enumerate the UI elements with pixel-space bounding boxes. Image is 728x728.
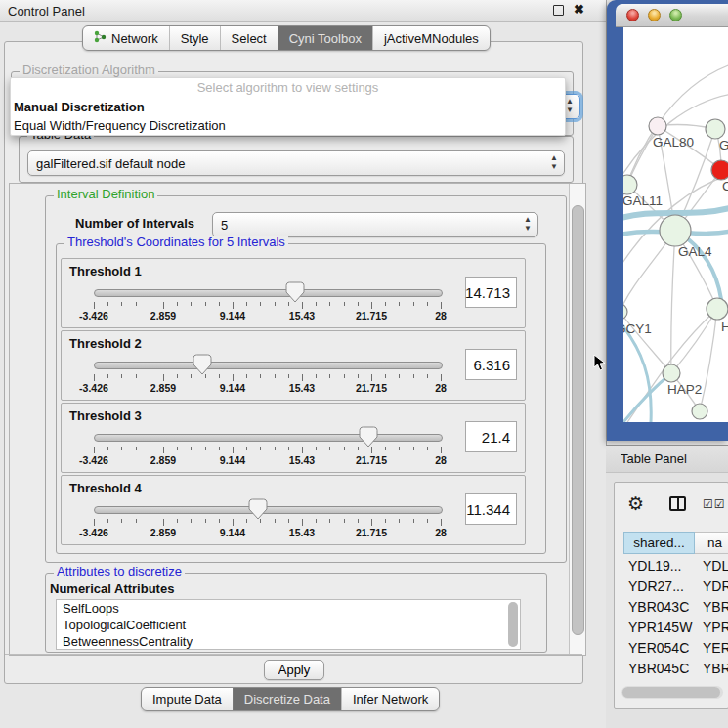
tab-network[interactable]: Network — [83, 26, 169, 50]
node-label: GA — [719, 138, 728, 152]
cell-name[interactable]: YBR0 — [695, 599, 728, 615]
attribute-list-item[interactable]: SelfLoops — [57, 600, 520, 617]
network-canvas[interactable]: GAL80GACGAL11GAL4GCY1HHAP2 — [623, 27, 728, 422]
threshold-panel: Threshold 2-3.4262.8599.14415.4321.71528… — [61, 330, 526, 401]
attribute-list-item[interactable]: TopologicalCoefficient — [57, 617, 520, 633]
slider-thumb-icon[interactable] — [359, 426, 378, 448]
cell-name[interactable]: YBR0 — [695, 661, 728, 676]
threshold-value-field[interactable]: 11.344 — [465, 493, 517, 525]
stepper-icon: ▲▼ — [566, 97, 574, 114]
tick-label: 2.859 — [150, 382, 176, 394]
slider-ticks — [94, 374, 442, 382]
tab-jactivemnodules[interactable]: jActiveMNodules — [372, 26, 490, 50]
column-header-shared[interactable]: shared... — [623, 532, 695, 554]
slider-thumb-icon[interactable] — [193, 354, 212, 375]
cell-shared-name[interactable]: YER054C — [623, 640, 695, 656]
column-header-name[interactable]: na — [695, 532, 728, 554]
group-label: Threshold's Coordinates for 5 Intervals — [64, 236, 288, 249]
dropdown-option[interactable]: Manual Discretization — [11, 98, 565, 116]
tick-label: 28 — [435, 527, 447, 538]
table-row[interactable]: YBL079WYBL0 — [623, 678, 728, 681]
GAL80-node[interactable] — [649, 117, 666, 135]
cell-name[interactable]: YPR1 — [695, 620, 728, 635]
tick-label: 9.144 — [220, 527, 245, 538]
threshold-label: Threshold 4 — [69, 481, 142, 495]
threshold-slider[interactable] — [94, 289, 443, 297]
tab-impute-data[interactable]: Impute Data — [142, 688, 233, 710]
cell-shared-name[interactable]: YBL079W — [623, 681, 695, 682]
table-data-value: galFiltered.sif default node — [36, 156, 185, 171]
slider-tick-labels: -3.4262.8599.14415.4321.71528 — [94, 454, 442, 466]
dropdown-option[interactable]: Equal Width/Frequency Discretization — [11, 116, 565, 135]
tab-discretize-data[interactable]: Discretize Data — [233, 688, 341, 710]
threshold-slider[interactable] — [94, 362, 443, 369]
cell-shared-name[interactable]: YBR043C — [623, 599, 695, 615]
table-row[interactable]: YER054CYER0 — [623, 637, 728, 658]
minimize-traffic-light-icon[interactable] — [648, 9, 661, 21]
GAL4-node[interactable] — [660, 215, 691, 246]
slider-thumb-icon[interactable] — [248, 498, 268, 520]
cell-name[interactable]: YBL0 — [695, 681, 728, 682]
list-scrollbar[interactable] — [508, 602, 518, 647]
table-data-combobox[interactable]: galFiltered.sif default node ▲▼ — [27, 150, 565, 176]
threshold-value-field[interactable]: 14.713 — [465, 277, 517, 308]
slider-thumb-icon[interactable] — [285, 281, 305, 303]
top-tab-bar: NetworkStyleSelectCyni ToolboxjActiveMNo… — [82, 25, 491, 51]
cell-shared-name[interactable]: YDR27... — [623, 578, 695, 594]
table-row[interactable]: YDL19...YDL1 — [623, 555, 728, 576]
checkbox-icons[interactable]: ☑☑ — [703, 497, 726, 511]
network-window-titlebar[interactable] — [616, 4, 728, 27]
HAP2-node[interactable] — [663, 364, 680, 382]
bottom-tab-bar: Impute DataDiscretize DataInfer Network — [141, 687, 440, 711]
zoom-traffic-light-icon[interactable] — [669, 9, 682, 21]
horizontal-scrollbar[interactable] — [621, 686, 723, 699]
cell-name[interactable]: YDL1 — [695, 558, 728, 574]
table-panel-title: Table Panel — [606, 445, 728, 473]
close-icon[interactable]: ✖ — [574, 4, 584, 16]
slider-tick-labels: -3.4262.8599.14415.4321.71528 — [94, 527, 442, 538]
red-node[interactable] — [711, 160, 728, 180]
node-top-right[interactable] — [706, 119, 725, 139]
node-label: GAL80 — [653, 135, 694, 150]
table-header: shared... na — [623, 532, 728, 554]
split-column-icon[interactable] — [669, 496, 686, 511]
attribute-list-item[interactable]: BetweennessCentrality — [57, 633, 520, 650]
GAL11-node[interactable] — [623, 175, 637, 194]
numerical-attributes-label: Numerical Attributes — [50, 581, 174, 596]
table-row[interactable]: YPR145WYPR1 — [623, 617, 728, 637]
cell-name[interactable]: YDR2 — [695, 578, 728, 594]
node-label: GAL11 — [623, 193, 663, 208]
threshold-value-field[interactable]: 21.4 — [465, 421, 517, 452]
threshold-slider[interactable] — [94, 506, 443, 514]
tab-select[interactable]: Select — [220, 26, 278, 50]
apply-button[interactable]: Apply — [264, 660, 324, 680]
threshold-value-field[interactable]: 6.316 — [465, 349, 517, 380]
tab-cyni-toolbox[interactable]: Cyni Toolbox — [278, 26, 372, 50]
tab-infer-network[interactable]: Infer Network — [341, 688, 439, 710]
table-row[interactable]: YBR043CYBR0 — [623, 596, 728, 617]
divider — [5, 654, 582, 655]
table-row[interactable]: YBR045CYBR0 — [623, 658, 728, 678]
tick-label: 21.715 — [356, 454, 387, 466]
node-bottom[interactable] — [692, 404, 707, 419]
cell-shared-name[interactable]: YBR045C — [623, 661, 695, 676]
gear-icon[interactable]: ⚙ — [627, 492, 644, 515]
tick-label: 15.43 — [289, 310, 315, 321]
table-row[interactable]: YDR27...YDR2 — [623, 576, 728, 596]
tab-label: Style — [181, 31, 209, 46]
cell-shared-name[interactable]: YDL19... — [623, 558, 695, 574]
group-label: Interval Definition — [54, 188, 157, 201]
numerical-attributes-list[interactable]: SelfLoopsTopologicalCoefficientBetweenne… — [56, 599, 521, 650]
H-node[interactable] — [707, 298, 728, 320]
tick-label: 15.43 — [289, 527, 315, 538]
tab-style[interactable]: Style — [169, 26, 220, 50]
close-traffic-light-icon[interactable] — [626, 9, 639, 21]
cell-name[interactable]: YER0 — [695, 640, 728, 656]
cell-shared-name[interactable]: YPR145W — [623, 620, 695, 635]
slider-tick-labels: -3.4262.8599.14415.4321.71528 — [94, 382, 442, 394]
GCY1-node[interactable] — [623, 304, 627, 320]
table-rows: YDL19...YDL1YDR27...YDR2YBR043CYBR0YPR14… — [623, 555, 728, 681]
float-window-icon[interactable] — [553, 5, 564, 16]
threshold-slider[interactable] — [94, 434, 443, 442]
settings-scrollbar[interactable] — [569, 184, 585, 655]
